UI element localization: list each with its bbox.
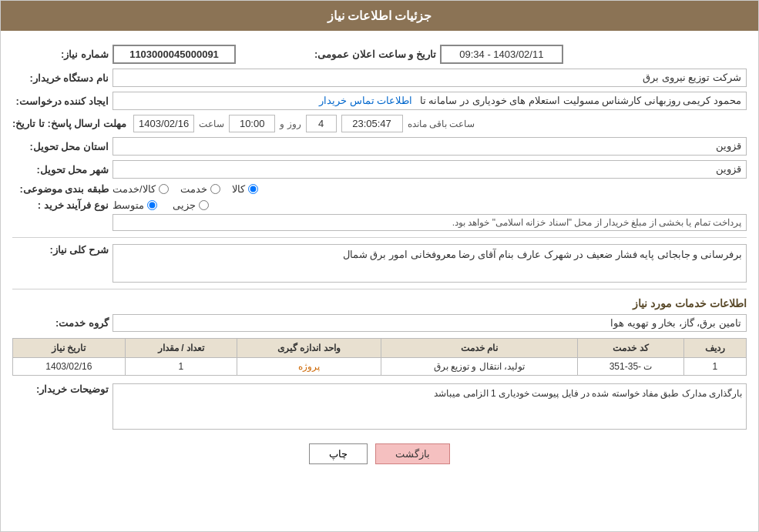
services-header: اطلاعات خدمات مورد نیاز [12,297,747,309]
buyer-org-label: نام دستگاه خریدار: [12,72,113,84]
category-options: کالا/خدمت خدمت کالا [113,183,258,195]
creator-contact-link[interactable]: اطلاعات تماس خریدار [319,95,412,106]
buyer-org-value: شرکت توزیع نیروی برق [113,69,747,87]
deadline-day-label: روز و [280,119,301,129]
page-title: جزئیات اطلاعات نیاز [1,1,758,31]
cell-unit: پروژه [237,358,381,376]
divider-2 [12,289,747,289]
cell-row-num: 1 [683,358,746,376]
service-group-value: تامین برق، گاز، بخار و تهویه هوا [113,314,747,332]
buyer-notes-value: بارگذاری مدارک طبق مفاد خواسته شده در فا… [113,383,747,430]
description-label: شرح کلی نیاز: [12,244,113,256]
cell-date: 1403/02/16 [13,358,126,376]
process-note: پرداخت تمام یا بخشی از مبلغ خریدار از مح… [113,214,747,231]
category-radio-kala-khedmat[interactable] [159,184,169,194]
process-type-label: نوع فرآیند خرید : [12,199,113,211]
deadline-remaining-label: ساعت باقی مانده [408,119,475,129]
col-service-code: کد خدمت [578,339,683,358]
action-buttons: بازگشت چاپ [12,436,747,472]
delivery-province-value: قزوین [113,137,747,156]
category-radio-kala[interactable] [248,184,258,194]
category-kala-khedmat: کالا/خدمت [113,183,169,195]
cell-service-name: تولید، انتقال و توزیع برق [381,358,578,376]
services-section: اطلاعات خدمات مورد نیاز گروه خدمت: تامین… [12,297,747,376]
col-service-name: نام خدمت [381,339,578,358]
deadline-time: 10:00 [229,115,275,132]
cell-service-code: ت -35-351 [578,358,683,376]
table-row: 1 ت -35-351 تولید، انتقال و توزیع برق پر… [13,358,747,376]
col-date: تاریخ نیاز [13,339,126,358]
deadline-time-label: ساعت [199,119,224,129]
print-button[interactable]: چاپ [309,443,368,464]
deadline-remaining: 23:05:47 [341,115,403,132]
process-jozi: جزیی [173,199,209,211]
category-radio-khedmat[interactable] [210,184,220,194]
need-number-value: 1103000045000091 [113,45,236,64]
cell-quantity: 1 [125,358,237,376]
col-quantity: تعداد / مقدار [125,339,237,358]
delivery-province-label: استان محل تحویل: [12,141,113,152]
deadline-label: مهلت ارسال پاسخ: تا تاریخ: [12,118,130,129]
description-value: برفرسانی و جابجائی پایه فشار ضعیف در شهر… [113,244,747,283]
process-radio-motavaset[interactable] [147,200,157,210]
announcement-label: تاریخ و ساعت اعلان عمومی: [314,49,440,60]
category-kala: کالا [232,183,258,195]
col-unit: واحد اندازه گیری [237,339,381,358]
services-table: ردیف کد خدمت نام خدمت واحد اندازه گیری ت… [12,338,747,376]
delivery-city-value: قزوین [113,160,747,179]
creator-label: ایجاد کننده درخواست: [12,95,113,107]
col-row-num: ردیف [683,339,746,358]
need-number-label: شماره نیاز: [12,49,113,60]
category-khedmat: خدمت [180,183,220,195]
buyer-notes-label: توضیحات خریدار: [12,383,113,395]
announcement-value: 1403/02/11 - 09:34 [440,45,563,64]
creator-value: محمود کریمی روزبهانی کارشناس مسولیت استع… [113,92,747,110]
divider-1 [12,237,747,238]
process-options-container: متوسط جزیی پرداخت تمام یا بخشی از مبلغ خ… [113,199,747,231]
process-radio-jozi[interactable] [199,200,209,210]
delivery-city-label: شهر محل تحویل: [12,164,113,176]
deadline-date: 1403/02/16 [133,115,194,132]
service-group-label: گروه خدمت: [12,317,113,329]
process-motavaset: متوسط [113,199,157,211]
category-label: طبقه بندی موضوعی: [12,183,113,195]
deadline-days: 4 [306,115,337,132]
back-button[interactable]: بازگشت [375,443,450,464]
